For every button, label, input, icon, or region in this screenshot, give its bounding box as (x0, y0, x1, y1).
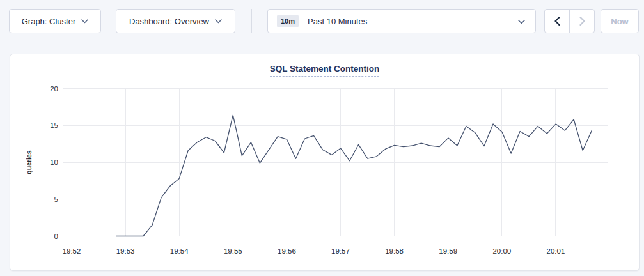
dashboard-dropdown[interactable]: Dashboard: Overview (116, 9, 235, 33)
time-range-badge: 10m (277, 15, 299, 27)
prev-range-button[interactable] (545, 10, 569, 33)
time-range-step-group (544, 9, 595, 33)
time-range-picker[interactable]: 10m Past 10 Minutes (267, 9, 536, 33)
svg-text:19:57: 19:57 (331, 247, 350, 255)
graph-dropdown-label: Graph: Cluster (22, 17, 76, 26)
chart-title-wrap: SQL Statement Contention (10, 63, 639, 77)
dashboard-dropdown-label: Dashboard: Overview (129, 17, 209, 26)
svg-text:19:56: 19:56 (278, 247, 296, 255)
svg-text:19:55: 19:55 (224, 247, 242, 255)
svg-text:20:00: 20:00 (492, 247, 511, 255)
svg-text:20: 20 (50, 85, 58, 93)
svg-text:19:59: 19:59 (439, 247, 457, 255)
chevron-down-icon (215, 19, 222, 24)
svg-text:queries: queries (25, 150, 33, 174)
svg-text:19:54: 19:54 (170, 247, 189, 255)
chevron-down-icon (518, 20, 525, 24)
svg-text:5: 5 (54, 195, 58, 203)
chevron-left-icon (554, 17, 560, 26)
svg-text:19:53: 19:53 (116, 247, 135, 255)
graph-dropdown[interactable]: Graph: Cluster (9, 9, 101, 33)
svg-text:0: 0 (54, 233, 58, 240)
toolbar: Graph: Cluster Dashboard: Overview 10m P… (0, 0, 644, 45)
svg-text:19:58: 19:58 (385, 247, 404, 255)
toolbar-divider (251, 9, 252, 33)
svg-text:10: 10 (50, 158, 58, 166)
time-range-label: Past 10 Minutes (308, 17, 367, 26)
next-range-button[interactable] (569, 10, 594, 33)
chevron-down-icon (81, 19, 88, 24)
sql-contention-line-chart: 0510152019:5219:5319:5419:5519:5619:5719… (10, 80, 640, 272)
chart-card: SQL Statement Contention 0510152019:5219… (10, 54, 640, 271)
svg-text:20:01: 20:01 (547, 247, 565, 255)
svg-text:15: 15 (50, 121, 58, 129)
now-button[interactable]: Now (601, 9, 639, 33)
chart-title[interactable]: SQL Statement Contention (270, 64, 380, 77)
svg-text:19:52: 19:52 (63, 247, 81, 255)
chevron-right-icon (579, 17, 585, 26)
